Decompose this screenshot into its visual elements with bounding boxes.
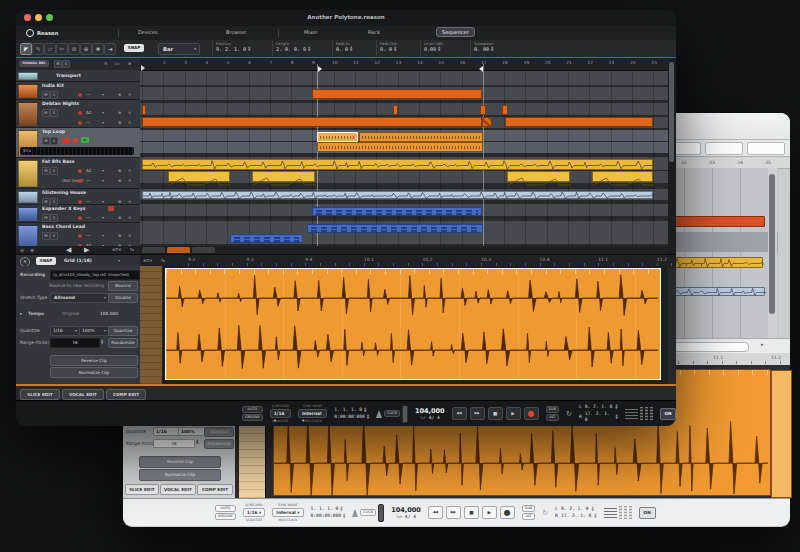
clip[interactable] [142,191,653,199]
titlebar[interactable]: Another Polytone.reason [16,10,676,26]
lane-badge[interactable]: — [86,215,90,220]
solo-button[interactable]: S [50,91,58,99]
track-lane-row[interactable]: MS—▾≡✕ [40,90,138,100]
lane-close-icon[interactable]: ✕ [128,168,131,173]
arrangement-timeline[interactable]: 2345678910111213141516171819202122232425 [140,58,668,254]
time-signature[interactable]: 4/ 4 [429,415,440,421]
chevron-down-icon[interactable]: ▾ [102,233,104,238]
clip[interactable] [230,234,303,243]
lane-badge[interactable]: A2 [86,110,92,115]
clip[interactable] [482,117,492,127]
click-level-slider[interactable] [378,504,384,522]
mute-button[interactable]: M [42,232,50,240]
gear-icon[interactable]: ⚙ [104,61,108,66]
tempo-disclosure-icon[interactable]: ▸ [20,311,22,316]
lane-badge[interactable]: — [86,178,90,183]
record-button[interactable]: ● [524,407,539,420]
lane-list-icon[interactable]: ≡ [118,199,121,204]
snap-toggle[interactable]: SNAP [124,44,144,52]
loop-left-flag[interactable] [318,66,322,72]
field-stepper[interactable]: ▲▼ [491,46,493,52]
rewind-button[interactable]: ◀◀ [428,506,443,519]
chevron-down-icon[interactable]: ▾ [102,92,104,97]
reverse-clip-button[interactable]: Reverse Clip [50,355,138,366]
track-row[interactable]: Top LoopMS▸84 ▸ [16,128,140,158]
lane-close-icon[interactable]: ✕ [128,120,131,125]
chevron-down-icon[interactable]: ▾ [102,168,104,173]
clip[interactable] [480,105,486,115]
follow-icon[interactable]: F▸ [130,247,134,252]
manual-rec-button[interactable]: MANUAL REC [19,60,49,67]
chevron-down-icon[interactable]: ▾ [102,215,104,220]
editor-zoom-cluster-icon[interactable]: ⊕Z⊖ [143,258,152,263]
chevron-down-icon[interactable]: ▾ [102,199,104,204]
tab-slice-edit[interactable]: SLICE EDIT [125,484,159,495]
clip[interactable] [317,142,483,152]
track-lane-row[interactable]: MS—▾≡✕ [40,213,138,223]
block-tab[interactable] [167,247,190,253]
normalize-clip-button[interactable]: Normalize Clip [139,469,221,481]
track-lane-row[interactable]: MS—▾≡✕ [40,197,138,205]
loop-left-value[interactable]: 9. 2. 1. 0 [585,404,613,410]
quantize-button[interactable]: Quantize [108,326,138,336]
field-value[interactable]: 9. 2. 1. 0 [216,46,246,52]
quantize-value-dropdown[interactable]: 1/16 [153,427,181,436]
field-stepper[interactable]: ▲▼ [350,46,352,52]
field-stepper[interactable]: ▲▼ [394,46,396,52]
chevron-down-icon[interactable]: ▾ [102,120,104,125]
bounce-button[interactable]: Bounce [108,281,138,291]
lane-list-icon[interactable]: ≡ [118,233,121,238]
tab-vocal-edit[interactable]: VOCAL EDIT [160,484,196,495]
clip[interactable] [142,117,482,127]
record-arm-icon[interactable] [78,169,82,173]
randomize-button[interactable]: Randomize [204,439,234,449]
tempo-value[interactable]: 104,000 [391,506,421,514]
track-lane-row[interactable]: —▾≡✕ [40,118,138,128]
track-lane-row[interactable]: MSA2▾≡✕ [40,108,138,118]
scroll-right-icon[interactable]: ▸ [761,341,764,347]
clip[interactable] [505,117,653,127]
zoom-cluster-icon[interactable]: ⊕Z⊖ [112,247,121,252]
razor-tool-icon[interactable]: ✂ [56,43,68,55]
automation-clip[interactable] [168,171,230,182]
rewind-button[interactable]: ◀◀ [452,407,467,420]
sequencer-vertical-scrollbar[interactable] [668,58,676,254]
range-ticks-field[interactable]: 16 [153,439,195,448]
next-arrow-icon[interactable]: ▶ [84,246,89,254]
time-signature[interactable]: 4/ 4 [405,514,416,520]
playhead-marker[interactable] [141,65,145,71]
lane-badge[interactable]: — [86,120,90,125]
loop-stepper[interactable]: ▲▼ [615,404,617,410]
hand-tool-icon[interactable]: ✱ [92,43,104,55]
tab-rack[interactable]: Rack [368,29,380,35]
clip[interactable] [312,89,482,99]
lane-close-icon[interactable]: ✕ [128,233,131,238]
record-arm-icon[interactable] [78,200,82,204]
edit-snap-toggle[interactable]: SNAP [36,257,56,265]
field-value[interactable]: 0. 0 [336,46,348,52]
tab-comp-edit[interactable]: COMP EDIT [197,484,233,495]
lane-list-icon[interactable]: ≡ [118,92,121,97]
record-arm-icon[interactable] [78,93,82,97]
clip[interactable] [317,132,358,142]
mute-button[interactable]: M [42,91,50,99]
reverse-clip-button[interactable]: Reverse Clip [139,456,221,468]
solo-button[interactable]: S [50,137,58,145]
record-arm-icon[interactable] [73,138,78,143]
alt-button[interactable]: ALT [522,513,535,520]
record-arm-icon[interactable] [78,234,82,238]
forward-button[interactable]: ▶▶ [446,506,461,519]
clip[interactable] [312,207,482,216]
tab-mixer[interactable]: Mixer [304,29,318,35]
chevron-down-icon[interactable]: ▾ [102,110,104,115]
lane-badge[interactable]: — [86,199,90,204]
quantize-button[interactable]: Quantize [204,427,234,437]
clip[interactable] [393,105,398,115]
pointer-tool-icon[interactable]: ◤ [20,43,32,55]
track-lane-row[interactable]: (Not Used)—▾≡✕ [40,176,138,189]
mute-button[interactable]: M [42,167,50,175]
lane-list-icon[interactable]: ≡ [118,215,121,220]
auto-button[interactable]: AUTO [242,406,263,413]
tempo-value[interactable]: 104.000 [100,311,118,316]
solo-button[interactable]: S [50,167,58,175]
